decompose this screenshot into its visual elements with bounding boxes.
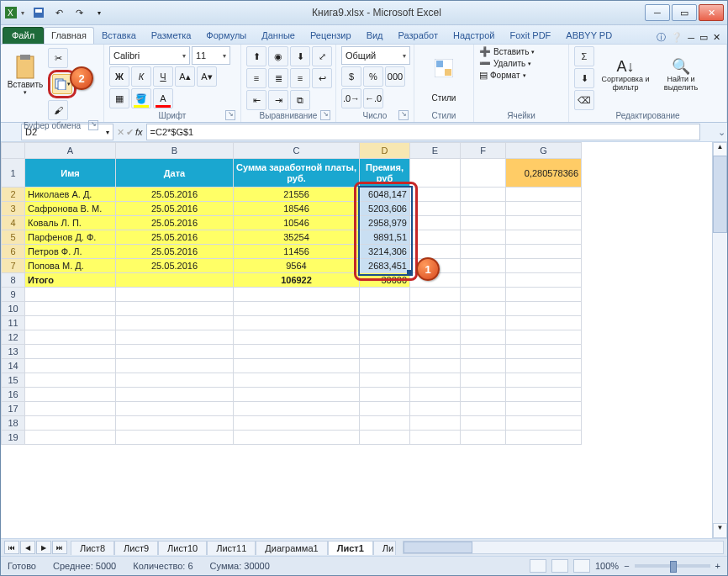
header-bonus[interactable]: Премия, руб (360, 159, 410, 188)
zoom-in-button[interactable]: + (715, 561, 720, 571)
cell-A6[interactable]: Петров Ф. Л. (25, 245, 116, 259)
horizontal-scroll-thumb[interactable] (404, 542, 472, 553)
sheet-nav-next[interactable]: ▶ (36, 541, 51, 554)
tab-рецензир[interactable]: Рецензир (303, 27, 359, 44)
sheet-nav-prev[interactable]: ◀ (20, 541, 35, 554)
fill-button[interactable]: ⬇ (574, 68, 594, 88)
delete-cells-button[interactable]: ➖Удалить▾ (479, 58, 531, 69)
cell-C5[interactable]: 35254 (234, 230, 360, 245)
sheet-tab-Лист11[interactable]: Лист11 (207, 541, 256, 555)
enter-formula-icon[interactable]: ✔ (126, 127, 134, 138)
accounting-button[interactable]: $ (341, 66, 361, 87)
decrease-font-button[interactable]: A▾ (197, 66, 217, 87)
row-header-16[interactable]: 16 (2, 388, 25, 402)
cell-C8[interactable]: 106922 (234, 273, 360, 288)
find-select-button[interactable]: 🔍 Найти и выделить (657, 46, 705, 103)
horizontal-scrollbar[interactable] (403, 541, 724, 554)
col-header-B[interactable]: B (116, 143, 234, 159)
number-dialog-launcher[interactable]: ↘ (398, 110, 409, 120)
row-header-6[interactable]: 6 (2, 245, 25, 259)
doc-close-button[interactable]: ✕ (713, 32, 720, 43)
row-header-9[interactable]: 9 (2, 288, 25, 302)
row-header-7[interactable]: 7 (2, 259, 25, 273)
font-dialog-launcher[interactable]: ↘ (225, 110, 235, 120)
tab-надстрой[interactable]: Надстрой (446, 27, 502, 44)
header-salary[interactable]: Сумма заработной платы, руб. (234, 159, 360, 188)
align-left-button[interactable]: ≡ (246, 68, 266, 88)
sheet-tab-Лист1[interactable]: Лист1 (328, 541, 373, 555)
sheet-tab-Лист9[interactable]: Лист9 (114, 541, 158, 555)
font-name-combo[interactable]: Calibri▾ (109, 46, 190, 65)
increase-decimal-button[interactable]: .0→ (341, 88, 361, 108)
merge-button[interactable]: ⧉ (290, 90, 310, 110)
view-page-break-button[interactable] (573, 559, 590, 573)
vertical-scrollbar[interactable]: ▲ ▼ (712, 142, 727, 538)
minimize-button[interactable]: ─ (645, 4, 670, 21)
doc-minimize-button[interactable]: ─ (688, 33, 694, 43)
fill-handle[interactable] (407, 270, 411, 274)
cell-D8[interactable]: 30000 (360, 273, 410, 288)
row-header-15[interactable]: 15 (2, 373, 25, 388)
tab-вид[interactable]: Вид (359, 27, 391, 44)
cell-G1[interactable]: 0,280578366 (506, 159, 582, 188)
decrease-indent-button[interactable]: ⇤ (246, 90, 266, 110)
cell-A4[interactable]: Коваль Л. П. (25, 216, 116, 230)
cell-D2[interactable]: 6048,147 (360, 188, 410, 202)
zoom-level[interactable]: 100% (595, 561, 619, 571)
scroll-down-button[interactable]: ▼ (713, 523, 727, 538)
borders-button[interactable]: ▦ (109, 88, 129, 108)
cell-B3[interactable]: 25.05.2016 (116, 202, 234, 216)
row-header-10[interactable]: 10 (2, 302, 25, 316)
cell-B6[interactable]: 25.05.2016 (116, 245, 234, 259)
row-header-17[interactable]: 17 (2, 402, 25, 416)
col-header-A[interactable]: A (25, 143, 116, 159)
font-size-combo[interactable]: 11▾ (192, 46, 230, 65)
cell-B8[interactable] (116, 273, 234, 288)
row-header-8[interactable]: 8 (2, 273, 25, 288)
row-header-18[interactable]: 18 (2, 416, 25, 431)
fill-color-button[interactable]: 🪣 (131, 88, 151, 108)
cell-D3[interactable]: 5203,606 (360, 202, 410, 216)
formula-input[interactable]: =C2*$G$1 (146, 124, 700, 140)
col-header-D[interactable]: D (360, 143, 410, 159)
cell-A3[interactable]: Сафронова В. М. (25, 202, 116, 216)
cell-D5[interactable]: 9891,51 (360, 230, 410, 245)
zoom-slider[interactable] (635, 564, 710, 568)
cancel-formula-icon[interactable]: ✕ (117, 127, 124, 138)
sort-filter-button[interactable]: A↓ Сортировка и фильтр (599, 46, 652, 103)
expand-formula-bar-icon[interactable]: ⌄ (715, 127, 727, 138)
tab-вставка[interactable]: Вставка (94, 27, 144, 44)
control-menu-icon[interactable]: ▾ (21, 9, 24, 17)
cell-B4[interactable]: 25.05.2016 (116, 216, 234, 230)
clipboard-dialog-launcher[interactable]: ↘ (88, 120, 98, 130)
zoom-out-button[interactable]: − (624, 561, 629, 571)
cell-C7[interactable]: 9564 (234, 259, 360, 273)
row-header-3[interactable]: 3 (2, 202, 25, 216)
sheet-tab-Диаграмма1[interactable]: Диаграмма1 (256, 541, 327, 555)
tab-разметка[interactable]: Разметка (144, 27, 199, 44)
insert-cells-button[interactable]: ➕Вставить▾ (479, 46, 535, 57)
cut-button[interactable]: ✂ (48, 48, 68, 68)
header-date[interactable]: Дата (116, 159, 234, 188)
cell-B2[interactable]: 25.05.2016 (116, 188, 234, 202)
select-all-corner[interactable] (2, 143, 25, 159)
header-name[interactable]: Имя (25, 159, 116, 188)
alignment-dialog-launcher[interactable]: ↘ (320, 110, 330, 120)
tab-главная[interactable]: Главная (44, 27, 94, 44)
tab-abbyy pd[interactable]: ABBYY PD (558, 27, 620, 44)
cell-A2[interactable]: Николаев А. Д. (25, 188, 116, 202)
cell-C2[interactable]: 21556 (234, 188, 360, 202)
row-header-11[interactable]: 11 (2, 316, 25, 330)
row-header-13[interactable]: 13 (2, 345, 25, 359)
help-icon[interactable]: ❔ (671, 32, 683, 43)
tab-file[interactable]: Файл (3, 27, 44, 44)
underline-button[interactable]: Ч (153, 66, 173, 87)
sheet-tab-Лист8[interactable]: Лист8 (71, 541, 114, 555)
decrease-decimal-button[interactable]: ←.0 (363, 88, 383, 108)
undo-button[interactable]: ↶ (50, 3, 68, 22)
vertical-scroll-thumb[interactable] (713, 156, 727, 233)
row-header-2[interactable]: 2 (2, 188, 25, 202)
qat-customize-icon[interactable]: ▾ (90, 3, 108, 22)
cell-D6[interactable]: 3214,306 (360, 245, 410, 259)
worksheet-grid[interactable]: ABCDEFG1ИмяДатаСумма заработной платы, р… (1, 142, 727, 538)
